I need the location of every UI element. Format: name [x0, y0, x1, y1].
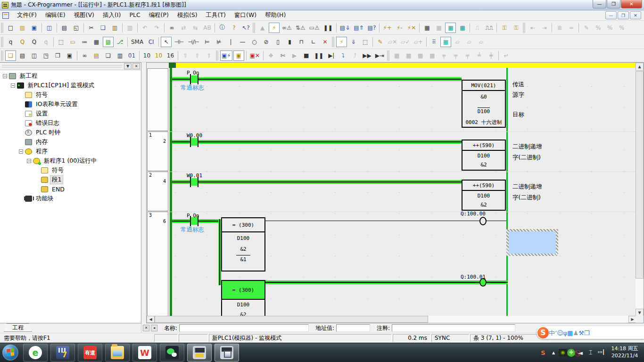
selection-cursor[interactable] — [506, 229, 558, 256]
power-plug-icon[interactable]: ⌶ — [586, 349, 596, 356]
close-button[interactable]: ✕ — [621, 0, 642, 8]
sogou-lang-cn-icon[interactable]: 中 — [549, 329, 555, 337]
transfer-from-plc-button[interactable]: ▤⇑ — [352, 23, 365, 33]
address-reference-button[interactable]: ⇄ — [178, 23, 189, 33]
back-hook-button[interactable]: ↵ — [501, 50, 512, 61]
vertical-scroll-thumb[interactable] — [636, 71, 644, 279]
sogou-toolbox-icon[interactable]: ⚒ — [578, 329, 584, 337]
horizontal-scroll-thumb[interactable] — [155, 316, 428, 323]
menu-2[interactable]: 视图(V) — [70, 10, 99, 19]
step-out-button[interactable]: ⤴ — [349, 50, 360, 61]
time-chart-monitor-button[interactable]: ⎍⎍ — [484, 23, 495, 33]
tree-item-内存[interactable]: 内存 — [0, 137, 141, 147]
new-document-button[interactable]: □ — [5, 23, 16, 33]
mdi-minimize-button[interactable]: — — [605, 11, 617, 19]
show-comment-button[interactable]: ▭ — [67, 37, 78, 47]
edit-rung-comment-button[interactable]: ✎ — [375, 37, 386, 47]
address-input[interactable] — [336, 324, 370, 332]
sheet-check-button[interactable]: ▱ — [476, 37, 487, 47]
tree-item-符号[interactable]: 符号 — [0, 90, 141, 99]
taskbar-explorer[interactable] — [105, 344, 130, 362]
new-coil-button[interactable]: ○ — [249, 37, 260, 47]
mdi-restore-button[interactable]: ❐ — [618, 11, 629, 19]
watch-hh-button[interactable]: ▦ — [440, 37, 451, 47]
panel-close-button[interactable]: ✕ — [132, 63, 140, 69]
compile-button[interactable]: ▲ — [257, 23, 268, 33]
toolbar-handle[interactable] — [1, 37, 3, 47]
coil-q-100-01[interactable] — [479, 278, 487, 287]
sogou-logo[interactable]: S — [537, 327, 549, 338]
taskbar-clock[interactable]: 14:18 周五 2022/11/4 — [608, 346, 641, 360]
360-safe-tray-icon[interactable]: ✛ — [567, 349, 575, 357]
line-connect-button[interactable]: ∟ — [308, 37, 319, 47]
menu-3[interactable]: 插入(I) — [99, 10, 125, 19]
horizontal-scrollbar[interactable]: ◀ ▶ — [147, 316, 636, 323]
open-project-button[interactable]: ▨ — [17, 23, 28, 33]
rung-margin-3[interactable]: 3 6 — [147, 212, 168, 316]
edit-insert-button[interactable]: ▱+ — [413, 37, 424, 47]
net-node-5-button[interactable]: ╪ — [486, 50, 496, 61]
work-online-simulator-button[interactable]: ▣⚡ — [220, 50, 232, 61]
new-closed-instruction-button[interactable]: ▮ — [284, 37, 295, 47]
taskbar-cad[interactable]: 7 — [50, 344, 75, 362]
section-tree-button[interactable]: ⎇ — [115, 37, 125, 47]
window-explorer-button[interactable]: ❏ — [5, 50, 16, 61]
net-node-4-button[interactable]: ╧ — [474, 50, 485, 61]
section-list-button[interactable]: ▤ — [103, 37, 114, 47]
pause-button[interactable]: ❚❚ — [313, 50, 325, 61]
menu-0[interactable]: 文件(F) — [13, 10, 41, 19]
cut-button[interactable]: ✂ — [86, 23, 97, 33]
address-reference-list-button[interactable]: ▤ — [91, 50, 102, 61]
coil-q-100-00[interactable] — [479, 217, 487, 225]
name-input[interactable] — [179, 324, 309, 332]
set-value-3-button[interactable]: ⇧ — [204, 50, 215, 61]
net-node-1-button[interactable]: ╤ — [438, 50, 449, 61]
zoom-100-button[interactable]: q — [41, 37, 51, 47]
simulator-online-button[interactable]: ▣ — [233, 50, 244, 61]
panel-menu-button[interactable]: ▼ — [124, 63, 132, 69]
undo-button[interactable]: ↶ — [140, 23, 150, 33]
watch-close-button[interactable]: ✕ — [143, 325, 149, 331]
monitor-data-display-button[interactable]: ▦ — [445, 23, 456, 33]
instruction-increment-2[interactable]: ++(590) D100 &2 — [462, 180, 506, 211]
continuous-step-run-button[interactable]: ▶▶ — [361, 50, 372, 61]
online-edit-send-button[interactable]: % — [593, 23, 603, 33]
tab-project[interactable]: 工程 — [4, 323, 32, 332]
contact-w0-01[interactable] — [190, 177, 198, 187]
compare-with-plc-button[interactable]: ▤? — [366, 23, 378, 33]
rung-margin-1[interactable]: 1 2 — [147, 132, 168, 171]
taskbar-wps[interactable]: W — [132, 344, 157, 362]
new-or-closed-contact-button[interactable]: ⊭ — [214, 37, 224, 47]
edit-accept-button[interactable]: ▱✓ — [399, 37, 411, 47]
grid-edit-button[interactable]: ⬚ — [360, 37, 371, 47]
indent-right-button[interactable]: ⇥ — [539, 23, 550, 33]
title-bar[interactable]: 無題 - CX-Programmer - [[运行中] - 新PLC1.新程序1… — [0, 0, 644, 10]
menu-4[interactable]: PLC — [125, 10, 144, 19]
grid-toggle-button[interactable]: ⬚ — [56, 37, 66, 47]
io-comment-view-button[interactable]: CI — [146, 37, 157, 47]
indent-left-button[interactable]: ⇤ — [527, 23, 538, 33]
menu-1[interactable]: 编辑(E) — [41, 10, 70, 19]
contact-p-on-2[interactable] — [190, 216, 198, 226]
tree-item-段1[interactable]: 段1 — [0, 175, 141, 184]
redo-button[interactable]: ↷ — [151, 23, 162, 33]
sogou-keyboard-icon[interactable]: ▦ — [567, 329, 573, 337]
monitor-hex-display-button[interactable]: ▦ — [457, 23, 468, 33]
compare-box-2[interactable]: = (300) D100 &2 — [221, 280, 265, 317]
new-closed-contact-button[interactable]: ⊣/⊢ — [186, 37, 201, 47]
scroll-up-button[interactable]: ▲ — [636, 63, 644, 71]
scan-run-button[interactable]: ✄ — [277, 50, 288, 61]
vertical-scrollbar[interactable]: ▲ ▼ — [636, 63, 644, 317]
sogou-voice-icon[interactable]: ψ — [563, 329, 568, 337]
window-find-button[interactable]: ◳ — [41, 50, 51, 61]
menu-8[interactable]: 窗口(W) — [230, 10, 261, 19]
panel-splitter[interactable] — [141, 62, 146, 323]
mdi-close-button[interactable]: ✕ — [630, 11, 641, 19]
watch-window-button[interactable]: ▦ — [421, 23, 432, 33]
print-preview-document-button[interactable]: ◫ — [44, 23, 55, 33]
new-or-contact-button[interactable]: ⊨ — [202, 37, 213, 47]
set-value-2-button[interactable]: ⇧ — [192, 50, 203, 61]
step-run-button[interactable]: ▶| — [326, 50, 337, 61]
io-monitor-4-button[interactable]: ▦ — [427, 50, 438, 61]
tree-expander[interactable]: − — [27, 159, 31, 163]
